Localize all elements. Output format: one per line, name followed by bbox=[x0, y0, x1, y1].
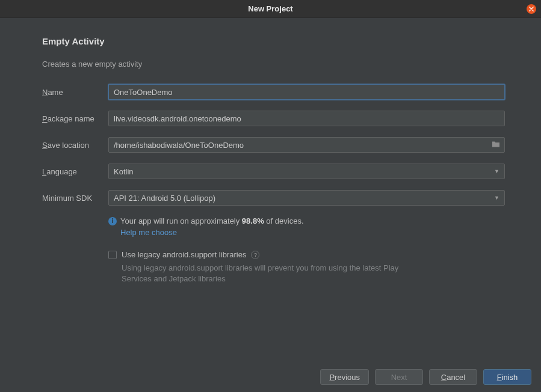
save-label: Save location bbox=[42, 141, 108, 150]
help-icon[interactable]: ? bbox=[251, 251, 259, 259]
previous-button[interactable]: Previous bbox=[320, 369, 369, 385]
name-label: Name bbox=[42, 88, 108, 97]
minsdk-label: Minimum SDK bbox=[42, 194, 108, 203]
package-input[interactable] bbox=[108, 111, 505, 126]
package-label: Package name bbox=[42, 114, 108, 123]
save-location-input[interactable] bbox=[108, 137, 505, 153]
finish-button[interactable]: Finish bbox=[483, 369, 531, 385]
chevron-down-icon: ▼ bbox=[494, 168, 499, 174]
language-value: Kotlin bbox=[114, 167, 134, 176]
minsdk-value: API 21: Android 5.0 (Lollipop) bbox=[114, 194, 215, 203]
chevron-down-icon: ▼ bbox=[494, 195, 499, 201]
name-input[interactable] bbox=[108, 84, 505, 100]
info-icon: i bbox=[108, 217, 117, 225]
page-subheading: Creates a new empty activity bbox=[42, 60, 505, 69]
page-heading: Empty Activity bbox=[42, 36, 505, 46]
device-coverage-text: Your app will run on approximately 98.8%… bbox=[120, 216, 304, 225]
legacy-checkbox[interactable] bbox=[108, 251, 117, 259]
language-label: Language bbox=[42, 167, 108, 176]
language-select[interactable]: Kotlin ▼ bbox=[108, 164, 505, 179]
window-title: New Project bbox=[248, 4, 292, 13]
close-icon[interactable] bbox=[527, 4, 536, 14]
next-button: Next bbox=[375, 369, 423, 385]
help-me-choose-link[interactable]: Help me choose bbox=[120, 228, 177, 237]
titlebar: New Project bbox=[0, 0, 541, 18]
minsdk-select[interactable]: API 21: Android 5.0 (Lollipop) ▼ bbox=[108, 190, 505, 206]
footer-buttons: Previous Next Cancel Finish bbox=[320, 369, 531, 385]
legacy-checkbox-label: Use legacy android.support libraries bbox=[122, 250, 246, 259]
cancel-button[interactable]: Cancel bbox=[429, 369, 477, 385]
legacy-desc: Using legacy android.support libraries w… bbox=[122, 263, 422, 284]
